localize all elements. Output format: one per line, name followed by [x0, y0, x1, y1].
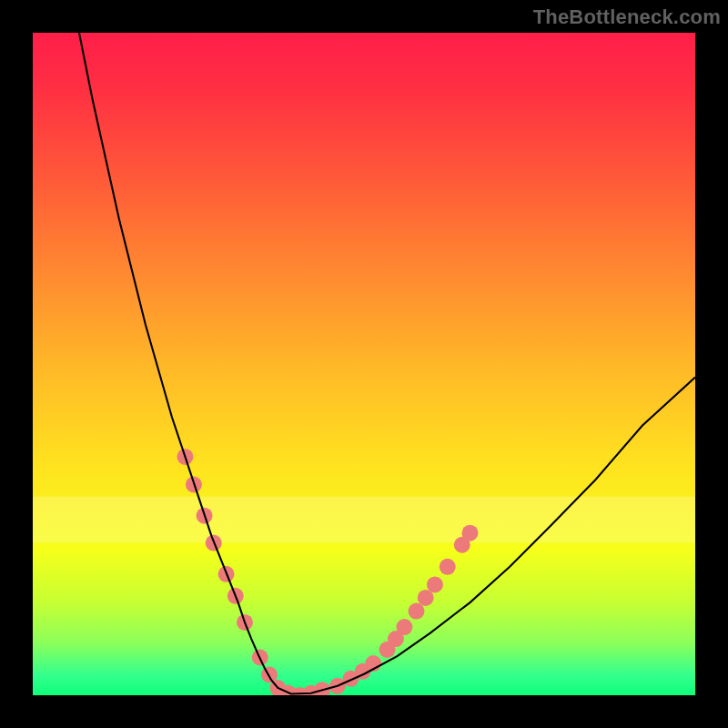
chart-frame: TheBottleneck.com [0, 0, 728, 728]
marker-dot [440, 559, 456, 575]
gradient-background [33, 33, 695, 695]
marker-dot [427, 576, 443, 592]
watermark-text: TheBottleneck.com [533, 5, 721, 29]
marker-dot [461, 525, 478, 541]
plot-area [33, 33, 695, 695]
pale-band [33, 497, 695, 543]
chart-svg [33, 33, 695, 695]
marker-dot [418, 590, 434, 606]
marker-dot [409, 603, 425, 620]
marker-dot [396, 619, 412, 635]
